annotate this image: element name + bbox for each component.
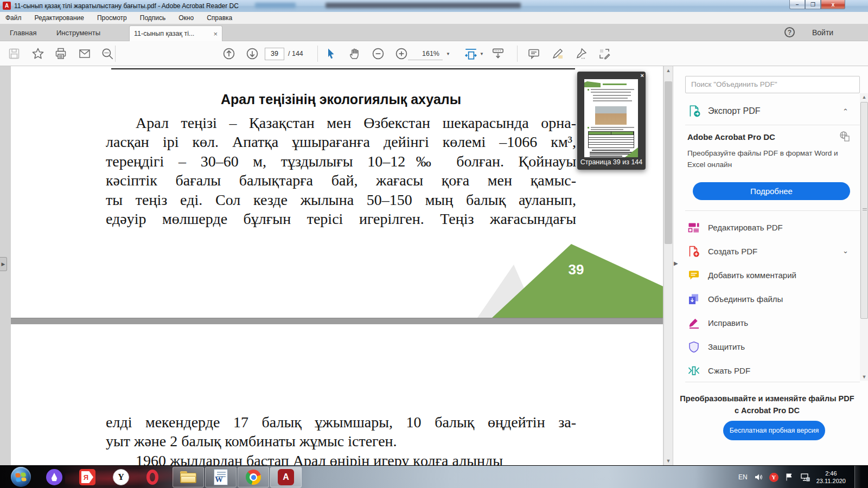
popup-caption: Страница 39 из 144 <box>577 158 646 166</box>
fix-pen-icon <box>687 317 700 330</box>
taskbar-yandex-browser-icon[interactable]: Я <box>79 469 95 485</box>
tab-bar: Главная Инструменты 11-сынып қазақ ті...… <box>0 24 868 41</box>
learn-more-button[interactable]: Подробнее <box>693 182 850 200</box>
network-icon[interactable] <box>800 473 810 481</box>
protect-shield-icon <box>687 341 700 354</box>
more-tools-button[interactable] <box>595 44 614 63</box>
tools-menu: Редактировать PDF Создать PDF ⌄ Добавить… <box>673 216 860 383</box>
free-trial-button[interactable]: Бесплатная пробная версия <box>723 421 825 440</box>
menu-view[interactable]: Просмотр <box>97 14 127 22</box>
search-button[interactable] <box>98 44 117 63</box>
tools-panel: ▶ Поиск "Объединить PDF" Экспорт PDF ⌃ A… <box>673 66 868 465</box>
email-button[interactable] <box>75 44 94 63</box>
tool-edit-pdf[interactable]: Редактировать PDF <box>673 216 860 240</box>
taskbar-word-button[interactable]: W <box>205 467 237 487</box>
zoom-level-value[interactable]: 161% <box>411 50 439 57</box>
popup-close-icon[interactable]: × <box>641 72 644 79</box>
taskbar-chrome-button[interactable] <box>238 467 269 487</box>
taskbar-acrobat-button[interactable]: A <box>270 467 302 487</box>
export-pdf-item[interactable]: Экспорт PDF ⌃ <box>673 100 860 124</box>
scroll-down-arrow[interactable]: ▼ <box>664 457 673 465</box>
print-button[interactable] <box>51 44 71 63</box>
tool-create-pdf[interactable]: Создать PDF ⌄ <box>673 240 860 264</box>
start-button[interactable] <box>11 467 31 487</box>
tab-document[interactable]: 11-сынып қазақ ті... × <box>129 25 222 41</box>
tool-compress-pdf[interactable]: Сжать PDF <box>673 359 860 383</box>
zoom-dropdown-arrow[interactable]: ▼ <box>446 52 450 56</box>
document-scrollbar[interactable]: ▲ ▼ <box>664 66 673 465</box>
comment-button[interactable] <box>524 44 544 63</box>
action-center-flag-icon[interactable] <box>785 473 794 481</box>
sign-in-link[interactable]: Войти <box>812 28 833 37</box>
taskbar-explorer-button[interactable] <box>173 467 204 487</box>
page39-paragraph: Арал теңізі – Қазақстан мен Өзбекстан ше… <box>106 114 576 229</box>
scroll-up-arrow[interactable]: ▲ <box>860 93 868 101</box>
restore-button[interactable]: ❐ <box>805 0 821 9</box>
show-desktop-button[interactable] <box>854 466 860 488</box>
tool-label: Редактировать PDF <box>708 223 783 232</box>
create-pdf-icon <box>687 245 700 258</box>
scroll-down-arrow[interactable]: ▼ <box>860 373 868 381</box>
scroll-up-arrow[interactable]: ▲ <box>664 66 673 75</box>
zoom-underline <box>408 60 443 60</box>
tool-combine-files[interactable]: Объединить файлы <box>673 287 860 311</box>
close-button[interactable]: x <box>821 0 845 9</box>
select-tool-button[interactable] <box>321 44 341 63</box>
fit-width-dropdown-arrow[interactable]: ▼ <box>480 52 484 56</box>
taskbar-alice-icon[interactable] <box>46 469 62 485</box>
taskbar-yandex-icon[interactable]: Y <box>113 469 129 485</box>
text-line: кәсіптік бағалы балықтарға бай, жағасы қ… <box>106 172 576 191</box>
hand-tool-button[interactable] <box>345 44 365 63</box>
tab-document-label: 11-сынып қазақ ті... <box>134 30 210 37</box>
language-indicator[interactable]: EN <box>738 473 748 481</box>
navigation-pane-handle[interactable]: ▶ <box>0 257 7 271</box>
previous-page-button[interactable] <box>219 44 239 63</box>
fill-sign-button[interactable] <box>571 44 591 63</box>
volume-icon[interactable] <box>754 473 763 481</box>
menu-edit[interactable]: Редактирование <box>35 14 84 22</box>
save-button[interactable] <box>4 44 24 63</box>
menu-file[interactable]: Файл <box>5 14 22 22</box>
document-viewport[interactable]: Арал теңізінің экологиялық ахуалы Арал т… <box>0 66 673 465</box>
chevron-down-icon[interactable]: ⌄ <box>843 247 848 255</box>
menu-help[interactable]: Справка <box>207 14 232 22</box>
scrollbar-thumb[interactable] <box>665 81 672 244</box>
help-icon[interactable]: ? <box>784 27 795 37</box>
highlight-button[interactable] <box>548 44 567 63</box>
fit-width-button[interactable] <box>461 44 481 63</box>
menu-sign[interactable]: Подпись <box>140 14 166 22</box>
word-icon: W <box>214 469 228 485</box>
page-total-label: / 144 <box>288 50 303 57</box>
favorites-star-button[interactable] <box>28 44 48 63</box>
scrollbar-thumb[interactable] <box>860 102 868 319</box>
text-line: 1960 жылдардан бастап Арал өңірін игеру … <box>106 452 576 465</box>
zoom-in-button[interactable] <box>392 44 411 63</box>
tool-fix[interactable]: Исправить <box>673 311 860 335</box>
tool-label: Объединить файлы <box>708 294 783 304</box>
menu-window[interactable]: Окно <box>178 14 194 22</box>
chevron-up-icon[interactable]: ⌃ <box>843 107 848 115</box>
tool-protect[interactable]: Защитить <box>673 335 860 359</box>
add-comment-icon <box>687 269 700 282</box>
toolbar-separator <box>317 46 318 62</box>
next-page-button[interactable] <box>242 44 262 63</box>
tab-home[interactable]: Главная <box>10 29 36 37</box>
promo-title: Adobe Acrobat Pro DC <box>687 132 775 142</box>
minimize-button[interactable]: – <box>789 0 805 9</box>
page-display-button[interactable] <box>488 44 508 63</box>
clock[interactable]: 2:46 23.11.2020 <box>816 470 846 485</box>
tab-close-icon[interactable]: × <box>213 30 218 38</box>
tab-tools[interactable]: Инструменты <box>56 29 100 37</box>
page-preview-popup: × Страница 39 из 144 <box>577 72 646 170</box>
panel-scrollbar[interactable]: ▲ ▼ <box>860 93 868 381</box>
taskbar: Я Y W A EN Y 2:46 23.11.2020 <box>0 465 868 488</box>
zoom-out-button[interactable] <box>368 44 388 63</box>
taskbar-opera-icon[interactable] <box>146 470 158 485</box>
page-number-input[interactable]: 39 <box>265 48 284 60</box>
folder-icon <box>180 471 196 483</box>
tools-search-input[interactable]: Поиск "Объединить PDF" <box>685 76 860 93</box>
tool-add-comment[interactable]: Добавить комментарий <box>673 264 860 287</box>
divider <box>685 125 860 125</box>
yandex-tray-icon[interactable]: Y <box>769 473 778 482</box>
tool-label: Исправить <box>708 318 748 328</box>
